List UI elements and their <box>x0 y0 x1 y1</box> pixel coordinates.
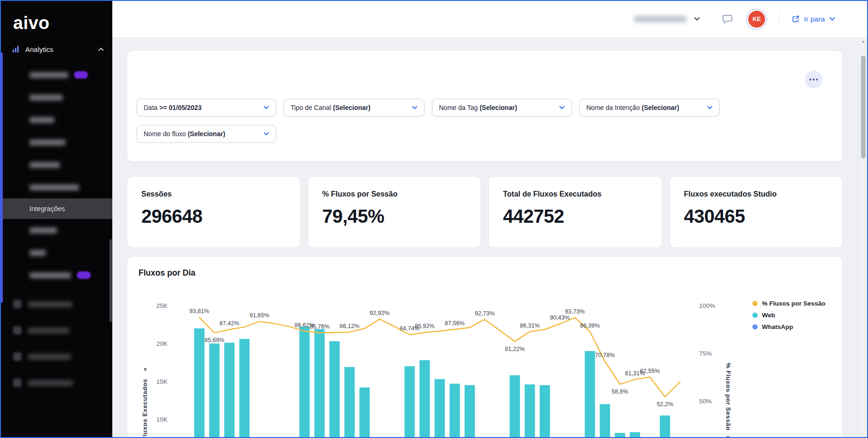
sidebar-item-integracoes[interactable]: Integrações <box>1 198 112 219</box>
dropdown-label: Nome da Tag (Selecionar) <box>439 104 517 111</box>
menu-icon <box>13 352 22 361</box>
kpi-title: Sessões <box>141 190 286 198</box>
kpi-value: 442752 <box>503 206 648 227</box>
kpi-value: 296648 <box>141 206 286 227</box>
menu-icon <box>13 379 22 387</box>
svg-text:86,39%: 86,39% <box>580 322 599 329</box>
dropdown-label: Tipo de Canal (Selecionar) <box>291 104 371 111</box>
chat-button[interactable] <box>722 13 733 25</box>
blurred-label <box>28 354 71 360</box>
filters-rows: Data >= 01/05/2023 Tipo de Canal (Seleci… <box>137 99 736 143</box>
filter-nome-fluxo-dropdown[interactable]: Nome do fluxo (Selecionar) <box>137 125 276 143</box>
chevron-down-icon <box>694 17 700 21</box>
aivo-logo: aivo <box>1 1 112 36</box>
sidebar: aivo Analytics Integrações <box>1 1 112 437</box>
svg-text:85,76%: 85,76% <box>310 323 329 330</box>
blurred-label <box>29 72 68 78</box>
sidebar-item-blurred[interactable] <box>1 343 112 370</box>
kpi-title: % Fluxos por Sessão <box>322 190 467 198</box>
chevron-down-icon <box>263 106 269 110</box>
sidebar-item-blurred[interactable] <box>1 109 112 131</box>
svg-text:87,56%: 87,56% <box>445 320 465 327</box>
chart-title: Fluxos por Dia <box>139 268 831 278</box>
sidebar-submenu: Integrações <box>1 64 112 286</box>
sidebar-item-blurred[interactable] <box>1 370 112 396</box>
sidebar-item-blurred[interactable] <box>1 86 112 109</box>
external-link-icon <box>792 15 800 23</box>
sidebar-item-label: Integrações <box>29 205 65 212</box>
sidebar-item-blurred[interactable] <box>1 291 112 317</box>
sidebar-item-blurred[interactable] <box>1 241 112 264</box>
scrollbar-thumb[interactable] <box>861 56 866 159</box>
svg-text:50%: 50% <box>699 398 712 405</box>
svg-text:70,78%: 70,78% <box>595 352 615 358</box>
filter-data-dropdown[interactable]: Data >= 01/05/2023 <box>137 99 276 117</box>
kpi-card-sessoes: Sessões 296648 <box>127 177 300 248</box>
kpi-value: 430465 <box>684 206 829 227</box>
blurred-label <box>29 139 66 146</box>
filter-nome-intencao-dropdown[interactable]: Nome da Intenção (Selecionar) <box>579 99 720 117</box>
blurred-label <box>28 328 69 334</box>
filters-card: Data >= 01/05/2023 Tipo de Canal (Seleci… <box>127 51 842 161</box>
more-options-button[interactable] <box>805 71 823 88</box>
sidebar-item-blurred[interactable] <box>1 153 112 176</box>
blurred-label <box>28 380 73 386</box>
kpi-value: 79,45% <box>322 206 467 227</box>
scrollbar-up-arrow[interactable]: ▲ <box>860 37 867 45</box>
blurred-label <box>29 117 54 123</box>
sidebar-bottom-menu <box>1 291 112 396</box>
go-to-label: Ir para <box>804 15 825 23</box>
svg-text:25K: 25K <box>156 302 168 309</box>
new-badge <box>74 71 88 79</box>
kpi-title: Fluxos executados Studio <box>684 190 829 198</box>
filter-nome-tag-dropdown[interactable]: Nome da Tag (Selecionar) <box>432 99 572 117</box>
fluxos-por-dia-chart: 25K20K15K10K100%75%50%»Fluxos Executados… <box>139 284 831 438</box>
sidebar-item-blurred[interactable] <box>1 219 112 241</box>
svg-text:62,55%: 62,55% <box>640 368 660 374</box>
chat-bubble-icon <box>722 13 733 25</box>
kpi-title: Total de Fluxos Executados <box>503 190 648 198</box>
topbar: KE Ir para <box>112 1 868 37</box>
legend-dot <box>752 324 758 329</box>
sidebar-item-blurred[interactable] <box>1 317 112 343</box>
svg-text:86,31%: 86,31% <box>520 322 540 329</box>
sidebar-scrollbar-thumb[interactable] <box>109 239 112 322</box>
sidebar-item-blurred[interactable] <box>1 264 112 286</box>
main-scrollbar[interactable]: ▲ <box>859 37 867 438</box>
legend-dot <box>752 301 758 306</box>
account-name-blurred <box>634 15 686 22</box>
svg-text:93,81%: 93,81% <box>190 308 209 314</box>
sidebar-item-blurred[interactable] <box>1 64 112 86</box>
blurred-label <box>29 250 46 256</box>
kpi-card-fluxos-por-sessao: % Fluxos por Sessão 79,45% <box>308 177 481 248</box>
svg-text:52,2%: 52,2% <box>656 401 673 408</box>
svg-text:92,92%: 92,92% <box>370 310 389 316</box>
svg-text:87,42%: 87,42% <box>219 320 239 327</box>
chevron-down-icon <box>559 106 565 110</box>
svg-text:90,43%: 90,43% <box>550 314 569 321</box>
bar-chart-icon <box>12 45 20 53</box>
account-dropdown[interactable] <box>634 15 700 22</box>
svg-text:Fluxos Executados: Fluxos Executados <box>141 379 148 438</box>
svg-text:100%: 100% <box>699 302 715 309</box>
blurred-label <box>29 184 79 190</box>
svg-text:58,8%: 58,8% <box>612 388 628 395</box>
new-badge <box>77 271 91 279</box>
chart-card: Fluxos por Dia % Fluxos por Sessão Web W… <box>127 257 842 438</box>
blurred-label <box>28 301 73 307</box>
dropdown-label: Data >= 01/05/2023 <box>144 104 202 111</box>
kpi-card-total-fluxos: Total de Fluxos Executados 442752 <box>489 177 662 248</box>
menu-icon <box>13 326 22 335</box>
sidebar-section-analytics[interactable]: Analytics <box>1 41 112 57</box>
sidebar-item-blurred[interactable] <box>1 176 112 198</box>
avatar[interactable]: KE <box>748 11 765 28</box>
dropdown-label: Nome do fluxo (Selecionar) <box>144 130 225 138</box>
blurred-label <box>29 162 60 168</box>
go-to-menu[interactable]: Ir para <box>792 15 835 23</box>
blurred-label <box>29 272 71 278</box>
filter-tipo-canal-dropdown[interactable]: Tipo de Canal (Selecionar) <box>284 99 424 117</box>
topbar-divider <box>779 12 780 26</box>
sidebar-item-blurred[interactable] <box>1 131 112 153</box>
chevron-up-icon <box>98 47 104 51</box>
svg-text:92,73%: 92,73% <box>475 310 495 317</box>
